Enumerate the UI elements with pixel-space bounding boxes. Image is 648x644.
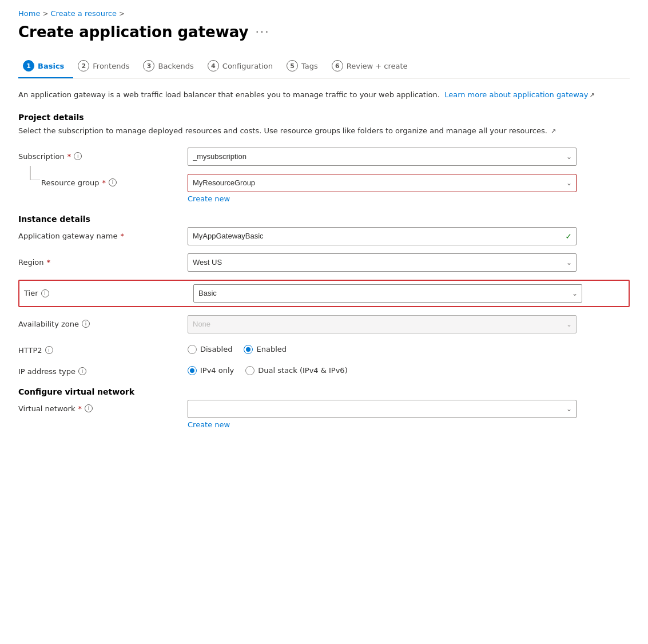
virtual-network-control: ⌄ Create new	[188, 400, 577, 429]
breadcrumb-create-resource[interactable]: Create a resource	[50, 9, 117, 18]
availability-zone-info-icon[interactable]: i	[82, 320, 90, 328]
availability-zone-select-wrapper: None ⌄	[188, 315, 577, 333]
resource-group-info-icon[interactable]: i	[109, 178, 117, 186]
gateway-name-input[interactable]	[188, 227, 577, 245]
page-title-row: Create application gateway ···	[18, 23, 630, 41]
subscription-select-wrapper: _mysubscription ⌄	[188, 148, 577, 166]
http2-enabled-radio[interactable]	[244, 345, 253, 354]
wizard-tab-tags[interactable]: 5Tags	[282, 54, 327, 78]
http2-enabled-label: Enabled	[256, 345, 287, 353]
http2-control: Disabled Enabled	[188, 341, 577, 354]
tab-label-configuration: Configuration	[222, 62, 273, 70]
http2-enabled-option[interactable]: Enabled	[244, 345, 287, 354]
tab-circle-3: 3	[143, 60, 154, 71]
subscription-info-icon[interactable]: i	[74, 152, 82, 160]
breadcrumb-sep2: >	[119, 10, 125, 18]
availability-zone-select[interactable]: None	[188, 315, 577, 333]
resource-group-select[interactable]: MyResourceGroup	[188, 174, 577, 192]
tab-circle-5: 5	[287, 60, 298, 71]
dual-stack-radio[interactable]	[245, 366, 255, 375]
breadcrumb-home[interactable]: Home	[18, 9, 40, 18]
tier-select[interactable]: Basic	[193, 284, 582, 303]
tier-control: Basic ⌄	[193, 284, 582, 303]
region-row: Region * West US ⌄	[18, 253, 630, 272]
gateway-name-input-wrapper: ✓	[188, 227, 577, 245]
breadcrumb: Home > Create a resource >	[18, 9, 630, 18]
gateway-name-label-col: Application gateway name *	[18, 227, 178, 240]
page-options-button[interactable]: ···	[255, 25, 269, 39]
rg-horizontal-line	[30, 180, 40, 181]
ip-address-type-label-col: IP address type i	[18, 363, 178, 376]
subscription-control: _mysubscription ⌄	[188, 148, 577, 166]
virtual-network-label: Virtual network	[18, 404, 75, 413]
subscription-label: Subscription	[18, 152, 65, 161]
dual-stack-label: Dual stack (IPv4 & IPv6)	[258, 366, 347, 375]
ipv4-only-option[interactable]: IPv4 only	[188, 366, 234, 375]
tab-label-basics: Basics	[38, 62, 64, 70]
tier-info-icon[interactable]: i	[41, 289, 49, 297]
virtual-network-create-new-link[interactable]: Create new	[188, 420, 230, 429]
tab-label-review-+-create: Review + create	[347, 62, 408, 70]
ip-address-type-info-icon[interactable]: i	[78, 367, 86, 375]
virtual-network-info-icon[interactable]: i	[85, 404, 93, 412]
wizard-tab-basics[interactable]: 1Basics	[18, 54, 73, 78]
http2-disabled-option[interactable]: Disabled	[188, 345, 232, 354]
resource-group-row: Resource group * i MyResourceGroup ⌄ Cre…	[18, 174, 630, 203]
ipv4-only-radio[interactable]	[188, 366, 197, 375]
subscription-select[interactable]: _mysubscription	[188, 148, 577, 166]
tier-highlighted-row: Tier i Basic ⌄	[18, 280, 630, 307]
tab-label-frontends: Frontends	[93, 62, 129, 70]
wizard-tab-backends[interactable]: 3Backends	[138, 54, 202, 78]
wizard-tab-configuration[interactable]: 4Configuration	[203, 54, 282, 78]
tab-label-backends: Backends	[158, 62, 193, 70]
http2-label-col: HTTP2 i	[18, 341, 178, 355]
resource-group-create-new-link[interactable]: Create new	[188, 194, 230, 203]
virtual-network-select[interactable]	[188, 400, 577, 418]
region-required: *	[47, 258, 51, 267]
description-block: An application gateway is a web traffic …	[18, 89, 630, 101]
instance-details-title: Instance details	[18, 214, 630, 224]
tab-circle-4: 4	[208, 60, 219, 71]
project-details-ext-icon: ↗	[551, 126, 556, 137]
region-select[interactable]: West US	[188, 253, 577, 272]
region-control: West US ⌄	[188, 253, 577, 272]
virtual-network-section: Configure virtual network Virtual networ…	[18, 387, 630, 429]
learn-more-ext-icon: ↗	[590, 90, 595, 101]
rg-vertical-line	[30, 166, 31, 180]
http2-disabled-radio[interactable]	[188, 345, 197, 354]
gateway-name-row: Application gateway name * ✓	[18, 227, 630, 245]
resource-group-required: *	[102, 178, 106, 187]
availability-zone-row: Availability zone i None ⌄	[18, 315, 630, 333]
http2-label: HTTP2	[18, 346, 42, 355]
ipv4-only-radio-fill	[190, 368, 194, 373]
project-details-title: Project details	[18, 113, 630, 122]
http2-radio-group: Disabled Enabled	[188, 341, 577, 354]
http2-disabled-label: Disabled	[200, 345, 232, 353]
availability-zone-label: Availability zone	[18, 320, 79, 328]
page-wrapper: Home > Create a resource > Create applic…	[0, 0, 648, 463]
tab-circle-6: 6	[332, 60, 343, 71]
resource-group-control: MyResourceGroup ⌄ Create new	[188, 174, 577, 203]
learn-more-link[interactable]: Learn more about application gateway	[444, 90, 588, 99]
tier-label-col: Tier i	[24, 289, 184, 297]
region-select-wrapper: West US ⌄	[188, 253, 577, 272]
page-title: Create application gateway	[18, 23, 248, 41]
virtual-network-title: Configure virtual network	[18, 387, 630, 396]
wizard-tabs: 1Basics2Frontends3Backends4Configuration…	[18, 54, 630, 79]
project-details-desc: Select the subscription to manage deploy…	[18, 125, 630, 137]
tier-label: Tier	[24, 289, 38, 297]
ip-address-type-row: IP address type i IPv4 only Dual stack (…	[18, 363, 630, 376]
wizard-tab-frontends[interactable]: 2Frontends	[73, 54, 138, 78]
http2-info-icon[interactable]: i	[45, 346, 53, 354]
http2-enabled-radio-fill	[246, 347, 251, 352]
availability-zone-label-col: Availability zone i	[18, 315, 178, 328]
dual-stack-option[interactable]: Dual stack (IPv4 & IPv6)	[245, 366, 347, 375]
ip-address-type-label: IP address type	[18, 367, 75, 376]
resource-group-select-wrapper: MyResourceGroup ⌄	[188, 174, 577, 192]
description-text: An application gateway is a web traffic …	[18, 90, 440, 99]
wizard-tab-review--create[interactable]: 6Review + create	[327, 54, 417, 78]
gateway-name-required: *	[120, 232, 124, 240]
instance-details-section: Instance details Application gateway nam…	[18, 214, 630, 376]
virtual-network-required: *	[78, 404, 82, 413]
virtual-network-row: Virtual network * i ⌄ Create new	[18, 400, 630, 429]
